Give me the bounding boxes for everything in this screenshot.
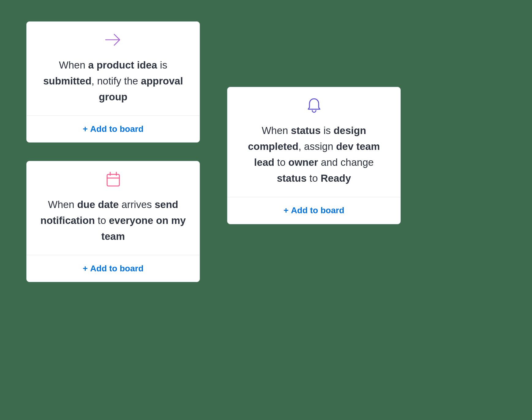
- card-footer[interactable]: + Add to board: [27, 115, 200, 142]
- plus-icon: +: [83, 264, 88, 273]
- card-body: When a product idea is submitted, notify…: [27, 22, 200, 115]
- automation-card: When a product idea is submitted, notify…: [26, 21, 200, 143]
- automation-description: When due date arrives send notification …: [40, 197, 186, 244]
- bell-icon: [306, 96, 322, 114]
- card-body: When due date arrives send notification …: [27, 161, 200, 255]
- add-to-board-button[interactable]: + Add to board: [83, 264, 144, 273]
- automation-card: When status is design completed, assign …: [227, 87, 401, 224]
- automation-card: When due date arrives send notification …: [26, 161, 200, 282]
- card-body: When status is design completed, assign …: [227, 87, 400, 197]
- add-to-board-button[interactable]: + Add to board: [283, 206, 344, 215]
- arrow-right-icon: [104, 31, 122, 49]
- card-footer[interactable]: + Add to board: [227, 197, 400, 224]
- calendar-icon: [106, 170, 121, 188]
- plus-icon: +: [283, 206, 288, 215]
- automation-description: When status is design completed, assign …: [241, 123, 387, 187]
- add-to-board-label: Add to board: [90, 264, 144, 273]
- add-to-board-label: Add to board: [291, 206, 344, 215]
- plus-icon: +: [83, 124, 88, 134]
- add-to-board-button[interactable]: + Add to board: [83, 124, 144, 134]
- card-footer[interactable]: + Add to board: [27, 255, 200, 282]
- svg-rect-1: [107, 174, 119, 186]
- automation-description: When a product idea is submitted, notify…: [40, 57, 186, 105]
- add-to-board-label: Add to board: [90, 124, 144, 134]
